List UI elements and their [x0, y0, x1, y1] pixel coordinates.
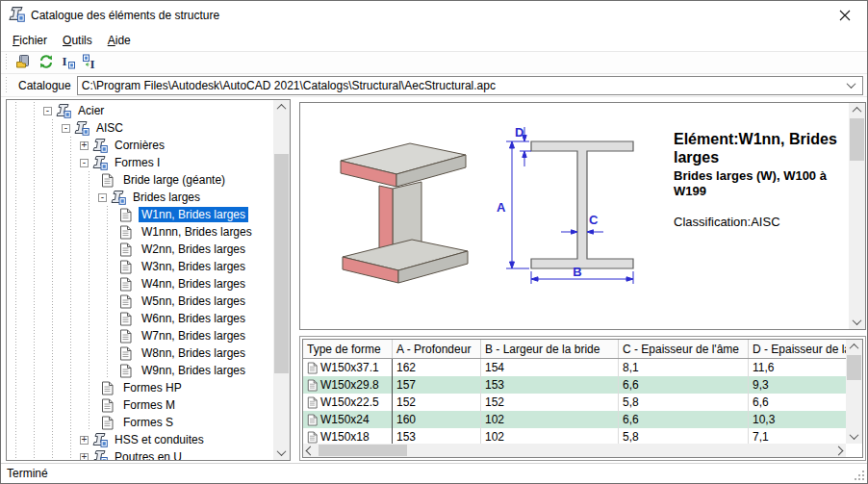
refresh-catalog-icon [38, 54, 54, 72]
menu-item-outils[interactable]: Outils [55, 32, 100, 50]
tree-item-acier[interactable]: -Acier [7, 102, 273, 119]
table-scroll-thumb[interactable] [847, 355, 861, 380]
tree-guide-line [25, 396, 43, 414]
tree-expand-box[interactable]: + [80, 141, 89, 150]
tree-item-label: W9nn, Brides larges [139, 363, 248, 378]
ibeam-category-icon [56, 103, 71, 118]
tree-item-w1nnn-brides-larges[interactable]: W1nnn, Brides larges [7, 223, 273, 241]
open-catalog-button[interactable] [13, 52, 35, 73]
column-header-3[interactable]: C - Epaisseur de l'âme [619, 340, 749, 358]
tree-item-bride-large-ge-ante[interactable]: Bride large (géante) [7, 171, 273, 189]
tree-item-label: W4nn, Brides larges [139, 276, 248, 292]
scroll-down-button[interactable] [849, 315, 865, 329]
tree-scroll-thumb[interactable] [274, 154, 289, 373]
close-button[interactable] [830, 4, 859, 27]
document-icon [101, 381, 114, 395]
refresh-catalog-button[interactable] [35, 52, 57, 73]
resize-grip[interactable] [854, 470, 865, 481]
tree-item-formes-hp[interactable]: Formes HP [7, 379, 273, 396]
tree-guide-line [43, 154, 62, 171]
tree-item-w7nn-brides-larges[interactable]: W7nn, Brides larges [7, 327, 273, 344]
tree-item-w2nn-brides-larges[interactable]: W2nn, Brides larges [7, 241, 273, 258]
tree-item-formes-m[interactable]: Formes M [7, 396, 273, 414]
document-icon [119, 260, 132, 274]
chevron-up-icon [277, 104, 287, 114]
tree-expand-box[interactable]: + [80, 436, 89, 445]
document-icon [307, 396, 318, 409]
table-row[interactable]: W150x181531025,87,1 [303, 428, 846, 444]
scroll-up-button[interactable] [849, 103, 865, 117]
tree-guide-line [80, 396, 98, 414]
scroll-down-button[interactable] [846, 429, 862, 444]
tree-vertical-scrollbar[interactable] [273, 100, 290, 460]
tree-item-aisc[interactable]: -AISC [7, 119, 273, 137]
tree-item-hss-et-conduites[interactable]: +HSS et conduites [7, 431, 273, 448]
scroll-up-button[interactable] [846, 340, 862, 354]
ibeam-category-icon [92, 449, 108, 460]
tree-collapse-box[interactable]: - [62, 124, 70, 133]
add-member-type-button[interactable]: I [57, 52, 79, 73]
table-row[interactable]: W150x29.81571536,69,3 [303, 376, 846, 394]
menu-item-aide[interactable]: Aide [100, 32, 139, 50]
tree-item-w3nn-brides-larges[interactable]: W3nn, Brides larges [7, 258, 273, 275]
tree-item-w5nn-brides-larges[interactable]: W5nn, Brides larges [7, 293, 273, 310]
add-member-type-icon: I [60, 54, 76, 72]
table-row[interactable]: W150x241601026,610,3 [303, 411, 846, 428]
chevron-down-icon [853, 316, 862, 325]
column-header-4[interactable]: D - Epaisseur de la [749, 340, 846, 358]
tree-item-w9nn-brides-larges[interactable]: W9nn, Brides larges [7, 362, 273, 379]
table-row[interactable]: W150x22.51521525,86,6 [303, 394, 846, 411]
tree-collapse-box[interactable]: - [43, 107, 52, 115]
combobox-dropdown-button[interactable] [843, 82, 858, 89]
member-preview-panel: A B C D Elément:W1nn, Brides larges Brid… [299, 102, 866, 330]
tree-item-poutres-en-u[interactable]: +Poutres en U [7, 448, 273, 460]
tree-guide-line [7, 171, 25, 189]
scroll-up-button[interactable] [273, 100, 290, 115]
tree-guide-line [25, 102, 43, 119]
tree-item-w8nn-brides-larges[interactable]: W8nn, Brides larges [7, 344, 273, 362]
tree-guide-line [43, 431, 62, 448]
table-cell: 7,1 [749, 428, 846, 444]
tree-guide-line [80, 310, 98, 327]
column-header-1[interactable]: A - Profondeur [393, 340, 481, 358]
tree-collapse-box[interactable]: - [98, 193, 107, 202]
tree-collapse-box[interactable]: - [80, 159, 89, 167]
svg-text:I: I [90, 56, 95, 69]
tree-item-brides-larges[interactable]: -Brides larges [7, 189, 273, 206]
tree-guide-line [25, 119, 43, 137]
scroll-down-button[interactable] [273, 446, 290, 460]
tree-item-formes-s[interactable]: Formes S [7, 414, 273, 431]
catalog-bar-grip[interactable] [4, 77, 9, 94]
table-hscroll-thumb[interactable] [319, 445, 407, 456]
tree-guide-line [7, 223, 25, 241]
scroll-right-button[interactable] [831, 444, 846, 457]
column-header-2[interactable]: B - Largeur de la bride [481, 340, 619, 358]
dim-label-d: D [515, 125, 523, 140]
scroll-left-button[interactable] [303, 444, 318, 457]
table-cell: 160 [393, 411, 481, 428]
table-vertical-scrollbar[interactable] [846, 340, 862, 444]
tree-guide-line [80, 327, 98, 344]
tree-expand-box[interactable]: + [80, 453, 89, 461]
preview-scroll-thumb[interactable] [850, 118, 864, 161]
tree-item-w1nn-brides-larges[interactable]: W1nn, Brides larges [7, 206, 273, 223]
tree-item-w4nn-brides-larges[interactable]: W4nn, Brides larges [7, 275, 273, 293]
catalog-tree-panel: -Acier-AISC+Cornières-Formes IBride larg… [6, 99, 291, 461]
tree-item-label: W8nn, Brides larges [139, 345, 248, 361]
column-header-0[interactable]: Type de forme [303, 340, 393, 358]
tree-item-label: Formes I [112, 155, 163, 170]
menu-item-fichier[interactable]: Fichier [5, 32, 55, 50]
copy-member-type-button[interactable]: I [79, 52, 101, 73]
preview-vertical-scrollbar[interactable] [849, 103, 865, 329]
table-horizontal-scrollbar[interactable] [303, 444, 846, 457]
tree-guide-line [62, 171, 80, 189]
toolbar-grip[interactable] [4, 54, 9, 71]
tree-item-cornie-res[interactable]: +Cornières [7, 137, 273, 154]
tree-guide-line [25, 310, 43, 327]
tree-item-formes-i[interactable]: -Formes I [7, 154, 273, 171]
table-row[interactable]: W150x37.11621548,111,6 [303, 359, 846, 376]
tree-guide-line [25, 344, 43, 362]
tree-guide-line [43, 189, 62, 206]
tree-item-w6nn-brides-larges[interactable]: W6nn, Brides larges [7, 310, 273, 327]
catalog-path-combobox[interactable]: C:\Program Files\Autodesk\AutoCAD 2021\C… [77, 76, 863, 95]
